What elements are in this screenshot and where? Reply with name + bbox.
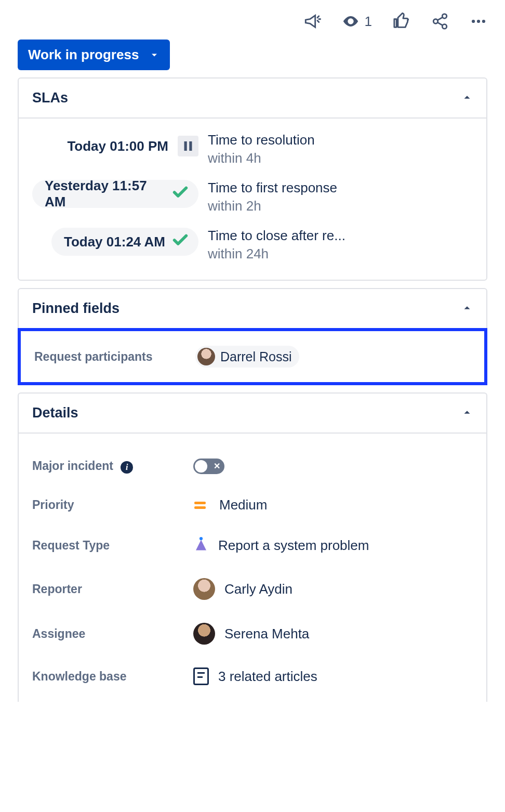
like-button[interactable] [393, 12, 410, 30]
sla-name: Time to resolution [208, 132, 473, 148]
avatar [193, 623, 215, 645]
sla-goal: within 2h [208, 198, 473, 214]
svg-point-4 [477, 20, 480, 23]
chevron-down-icon [149, 50, 160, 60]
priority-medium-icon [194, 502, 206, 509]
kb-value: 3 related articles [218, 669, 317, 685]
details-panel: Details Major incident i ✕ Priority Medi… [18, 392, 487, 702]
svg-point-2 [442, 24, 447, 29]
more-icon [470, 12, 487, 30]
collapse-icon [461, 407, 473, 420]
sla-goal: within 4h [208, 150, 473, 166]
request-participants-label: Request participants [34, 350, 195, 364]
reporter-value: Carly Aydin [224, 581, 293, 597]
details-title: Details [32, 405, 78, 421]
status-label: Work in progress [28, 47, 139, 63]
megaphone-icon [303, 12, 321, 30]
pinned-panel: Pinned fields [18, 288, 487, 329]
svg-rect-6 [184, 141, 187, 151]
collapse-icon [461, 91, 473, 105]
request-type-row[interactable]: Request Type Report a system problem [32, 525, 473, 567]
reporter-row[interactable]: Reporter Carly Aydin [32, 567, 473, 611]
eye-icon [342, 12, 360, 30]
svg-point-5 [482, 20, 485, 23]
sla-time: Today 01:00 PM [67, 138, 168, 154]
pinned-panel-header[interactable]: Pinned fields [19, 289, 486, 328]
slas-panel: SLAs Today 01:00 PM Time to resolution w… [18, 77, 487, 281]
thumbs-up-icon [393, 12, 410, 30]
sla-time-chip: Today 01:00 PM [67, 132, 198, 160]
svg-rect-7 [189, 141, 192, 151]
sla-goal: within 24h [208, 246, 473, 262]
priority-label: Priority [32, 498, 193, 512]
avatar [197, 348, 215, 365]
request-type-value: Report a system problem [218, 538, 369, 554]
kb-label: Knowledge base [32, 670, 193, 684]
avatar [193, 578, 215, 600]
sla-time-chip: Today 01:24 AM [51, 228, 198, 256]
watch-count: 1 [365, 14, 372, 30]
sla-row: Yesterday 11:57 AM Time to first respons… [32, 180, 473, 214]
svg-point-8 [200, 537, 203, 540]
share-button[interactable] [431, 12, 449, 30]
slas-panel-header[interactable]: SLAs [19, 78, 486, 117]
sla-row: Today 01:24 AM Time to close after re...… [32, 228, 473, 262]
reporter-label: Reporter [32, 582, 193, 596]
info-icon[interactable]: i [121, 461, 133, 474]
share-icon [431, 12, 449, 30]
major-incident-row: Major incident i ✕ [32, 447, 473, 486]
sla-time-chip: Yesterday 11:57 AM [32, 180, 198, 208]
sla-row: Today 01:00 PM Time to resolution within… [32, 132, 473, 166]
details-panel-header[interactable]: Details [19, 394, 486, 433]
major-incident-label: Major incident i [32, 459, 193, 474]
pause-icon [178, 136, 198, 156]
article-icon [193, 667, 209, 685]
request-participants-row[interactable]: Request participants Darrel Rossi [18, 328, 487, 385]
assignee-row[interactable]: Assignee Serena Mehta [32, 611, 473, 656]
check-icon [171, 184, 189, 205]
sla-time: Yesterday 11:57 AM [45, 178, 165, 210]
participant-chip[interactable]: Darrel Rossi [195, 346, 299, 368]
knowledge-base-row[interactable]: Knowledge base 3 related articles [32, 656, 473, 697]
status-dropdown[interactable]: Work in progress [18, 40, 170, 70]
request-type-icon [193, 536, 209, 555]
svg-point-1 [433, 19, 438, 24]
sla-time: Today 01:24 AM [64, 234, 165, 250]
slas-title: SLAs [32, 90, 68, 106]
sla-name: Time to close after re... [208, 228, 473, 244]
svg-point-3 [472, 20, 475, 23]
details-body: Major incident i ✕ Priority Medium Reque… [19, 434, 486, 702]
slas-body: Today 01:00 PM Time to resolution within… [19, 119, 486, 280]
priority-value: Medium [219, 497, 267, 513]
sla-name: Time to first response [208, 180, 473, 196]
check-icon [171, 231, 189, 253]
priority-row[interactable]: Priority Medium [32, 486, 473, 525]
participant-name: Darrel Rossi [220, 349, 292, 364]
assignee-value: Serena Mehta [224, 626, 309, 642]
feedback-button[interactable] [303, 12, 321, 30]
more-actions-button[interactable] [470, 12, 487, 30]
pinned-title: Pinned fields [32, 300, 119, 317]
watch-button[interactable]: 1 [342, 12, 372, 30]
svg-point-0 [442, 14, 447, 18]
major-incident-toggle[interactable]: ✕ [193, 459, 224, 474]
request-type-label: Request Type [32, 539, 193, 553]
collapse-icon [461, 302, 473, 316]
assignee-label: Assignee [32, 627, 193, 641]
